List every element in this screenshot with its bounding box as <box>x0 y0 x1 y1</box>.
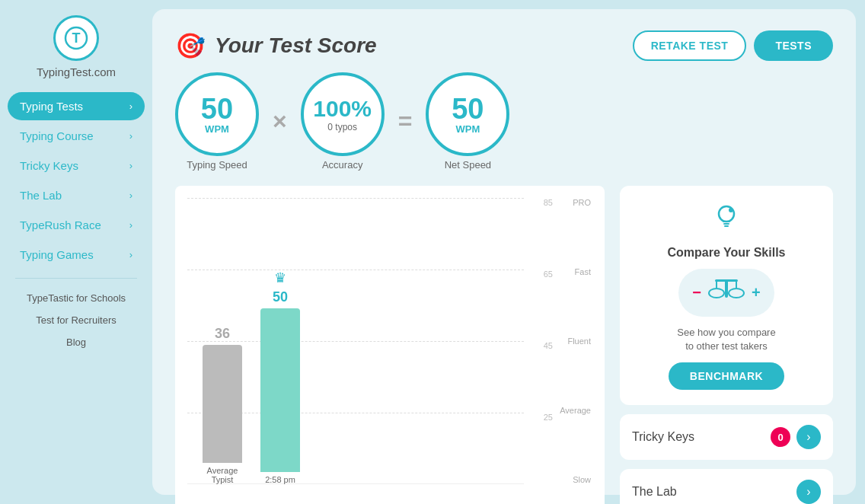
sidebar-item-typing-games[interactable]: Typing Games › <box>8 241 145 269</box>
wpm-label: Typing Speed <box>187 159 247 171</box>
sidebar-link-blog[interactable]: Blog <box>66 332 86 352</box>
chevron-icon: › <box>129 249 132 260</box>
logo-text: TypingTest.com <box>37 65 116 78</box>
svg-point-3 <box>729 208 733 212</box>
svg-rect-4 <box>725 279 728 298</box>
bar-label-current: 2:58 pm <box>265 475 295 484</box>
accuracy-typos: 0 typos <box>327 122 357 132</box>
the-lab-link[interactable]: The Lab › <box>620 469 833 504</box>
tricky-keys-link[interactable]: Tricky Keys 0 › <box>620 414 833 460</box>
bar-teal <box>260 308 300 472</box>
chevron-icon: › <box>129 100 132 112</box>
compare-title: Compare Your Skills <box>667 246 785 260</box>
chart-container: PRO Fast Fluent Average Slow 85 65 45 25 <box>175 186 605 504</box>
sidebar-item-tricky-keys[interactable]: Tricky Keys › <box>8 152 145 180</box>
header-row: 🎯 Your Test Score RETAKE TEST TESTS <box>175 30 833 61</box>
the-lab-title: The Lab <box>632 485 677 499</box>
tests-button[interactable]: TESTS <box>754 30 833 61</box>
chevron-icon: › <box>129 219 132 231</box>
wpm-unit: WPM <box>205 123 229 135</box>
header-buttons: RETAKE TEST TESTS <box>633 30 833 61</box>
net-speed-label: Net Speed <box>445 159 491 171</box>
crown-icon: ♛ <box>274 270 286 286</box>
the-lab-right: › <box>796 480 821 504</box>
the-lab-arrow[interactable]: › <box>796 480 821 504</box>
chart-bars: 36 AverageTypist ♛ 50 2:58 pm <box>187 198 592 504</box>
chevron-icon: › <box>129 130 132 142</box>
sidebar-item-typerush[interactable]: TypeRush Race › <box>8 211 145 239</box>
svg-rect-5 <box>715 279 738 282</box>
multiply-operator: × <box>273 107 287 136</box>
wpm-score-col: 50 WPM Typing Speed <box>175 72 259 171</box>
svg-point-6 <box>709 289 724 298</box>
compare-card: Compare Your Skills − + <box>620 186 833 405</box>
logo-circle: T <box>53 15 99 61</box>
tricky-keys-right: 0 › <box>771 425 821 449</box>
score-row: 50 WPM Typing Speed × 100% 0 typos Accur… <box>175 72 833 171</box>
chevron-icon: › <box>129 160 132 171</box>
tricky-keys-title: Tricky Keys <box>632 430 694 444</box>
sidebar-link-recruiters[interactable]: Test for Recruiters <box>36 310 116 330</box>
sidebar-item-the-lab[interactable]: The Lab › <box>8 181 145 209</box>
bar-value-average: 36 <box>215 326 230 342</box>
main-content: 🎯 Your Test Score RETAKE TEST TESTS 50 W… <box>152 9 856 495</box>
page-title: Your Test Score <box>215 33 377 58</box>
net-speed-circle: 50 WPM <box>426 72 509 156</box>
retake-test-button[interactable]: RETAKE TEST <box>633 30 747 61</box>
logo: T TypingTest.com <box>37 15 116 78</box>
right-panel: Compare Your Skills − + <box>620 186 833 504</box>
benchmark-button[interactable]: BENCHMARK <box>669 362 784 390</box>
tricky-keys-badge: 0 <box>771 427 790 447</box>
accuracy-score-col: 100% 0 typos Accuracy <box>301 72 385 171</box>
score-title: 🎯 Your Test Score <box>175 31 377 60</box>
accuracy-label: Accuracy <box>322 159 362 171</box>
accuracy-percent: 100% <box>313 96 372 122</box>
scale-widget: − + <box>678 269 774 317</box>
lightbulb-icon <box>711 201 742 237</box>
compare-description: See how you compare to other test takers <box>677 326 775 353</box>
svg-point-7 <box>729 289 744 298</box>
sidebar-item-typing-course[interactable]: Typing Course › <box>8 122 145 150</box>
sidebar-link-typetastic[interactable]: TypeTastic for Schools <box>27 288 126 308</box>
wpm-circle: 50 WPM <box>175 72 259 156</box>
tricky-keys-arrow[interactable]: › <box>796 425 821 449</box>
net-speed-col: 50 WPM Net Speed <box>426 72 509 171</box>
net-unit: WPM <box>455 123 480 135</box>
bar-label-average: AverageTypist <box>207 466 238 484</box>
chevron-icon: › <box>129 190 132 201</box>
net-speed-value: 50 <box>452 94 484 123</box>
scale-icon <box>707 276 745 309</box>
sidebar: T TypingTest.com Typing Tests › Typing C… <box>0 0 152 504</box>
bar-average-typist: 36 AverageTypist <box>203 326 242 484</box>
bar-value-current: 50 <box>273 289 288 305</box>
sidebar-divider <box>15 278 137 279</box>
minus-button[interactable]: − <box>692 284 701 301</box>
wpm-value: 50 <box>201 94 233 123</box>
equals-operator: = <box>398 107 413 136</box>
bar-current: ♛ 50 2:58 pm <box>260 270 300 484</box>
bar-gray <box>203 345 242 463</box>
sidebar-nav: Typing Tests › Typing Course › Tricky Ke… <box>0 92 152 352</box>
content-row: PRO Fast Fluent Average Slow 85 65 45 25 <box>175 186 833 504</box>
speedometer-icon: 🎯 <box>175 31 206 60</box>
chart-area: PRO Fast Fluent Average Slow 85 65 45 25 <box>187 198 592 504</box>
sidebar-item-typing-tests[interactable]: Typing Tests › <box>8 92 145 120</box>
plus-button[interactable]: + <box>752 284 761 301</box>
accuracy-circle: 100% 0 typos <box>301 72 385 156</box>
svg-text:T: T <box>72 30 80 46</box>
